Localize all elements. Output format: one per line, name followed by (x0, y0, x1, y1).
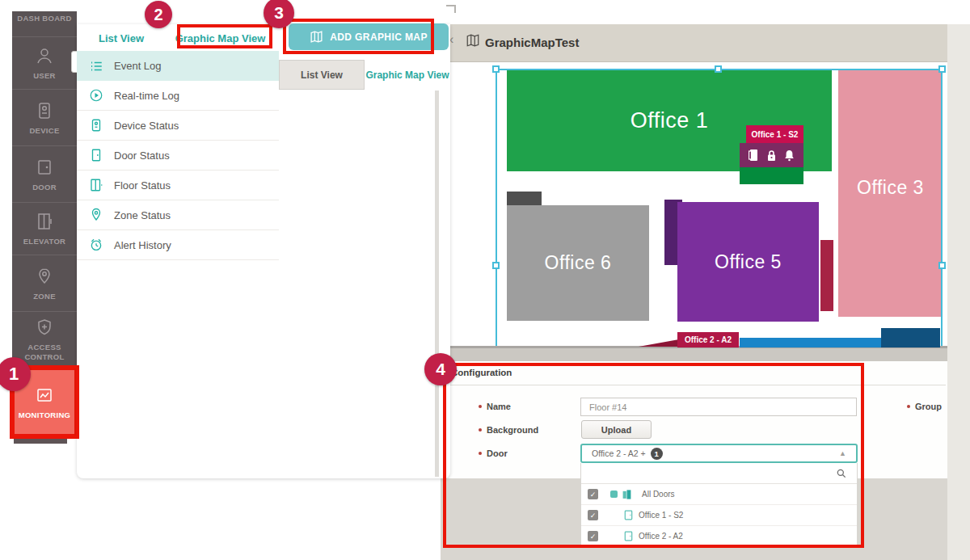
map-office-5[interactable]: Office 5 (677, 202, 819, 322)
menu-item-door-status[interactable]: Door Status (77, 141, 279, 171)
menu-label: Real-time Log (114, 90, 179, 102)
page-title: GraphicMapTest (485, 36, 579, 49)
map-blue-bar (740, 338, 884, 347)
door-badge-office1-s2[interactable]: Office 1 - S2 (746, 125, 803, 143)
name-input[interactable] (580, 398, 857, 416)
doors-group-icon (622, 489, 632, 500)
dropdown-option-all-doors[interactable]: All Doors (581, 484, 857, 505)
menu-item-alert-history[interactable]: Alert History (77, 230, 279, 260)
upload-button[interactable]: Upload (581, 420, 652, 439)
sidebar-label-door: DOOR (32, 183, 57, 192)
dropdown-option-office1-s2[interactable]: Office 1 - S2 (581, 505, 857, 526)
annotation-step-4: 4 (424, 353, 457, 385)
door-field-label: Door (479, 448, 508, 458)
menu-item-zone-status[interactable]: Zone Status (77, 200, 279, 230)
option-label: All Doors (642, 490, 675, 499)
map-crimson-bar (820, 240, 833, 311)
sidebar-item-zone[interactable]: ZONE (12, 255, 77, 311)
bell-icon[interactable] (784, 149, 795, 162)
option-label: Office 2 - A2 (639, 532, 683, 541)
door-status-icon (89, 148, 103, 162)
right-gutter (947, 24, 970, 560)
sidebar-label-user: USER (33, 71, 56, 80)
selection-handle-top-middle[interactable] (715, 65, 722, 73)
device-icon (35, 101, 54, 120)
group-square-icon (610, 491, 618, 498)
horizontal-scrollbar[interactable] (441, 346, 947, 361)
map-office-6[interactable]: Office 6 (507, 205, 649, 321)
door-option: Office 1 - S2 (624, 510, 683, 520)
menu-item-event-log[interactable]: Event Log (77, 51, 279, 81)
annotation-step-2: 2 (145, 1, 172, 28)
checkbox-checked[interactable] (588, 489, 598, 499)
menu-label: Alert History (114, 239, 171, 251)
sidebar-label-zone: ZONE (33, 292, 56, 301)
door-control-bar[interactable] (740, 143, 803, 167)
app-window: ‹ GraphicMapTest Office 1 Office 3 Offic… (0, 0, 970, 560)
door-count-badge: 1 (651, 448, 663, 460)
menu-item-floor-status[interactable]: Floor Status (77, 171, 279, 200)
selection-handle-top-left[interactable] (492, 65, 500, 73)
view-tab-graphic-map[interactable]: Graphic Map View (365, 60, 450, 90)
door-option: Office 2 - A2 (624, 531, 683, 541)
group-label-text: Group (915, 402, 942, 411)
sidebar-item-device[interactable]: DEVICE (12, 89, 77, 145)
selection-handle-middle-left[interactable] (492, 262, 500, 269)
door-select-value: Office 2 - A2 + (592, 448, 646, 458)
menu-label: Event Log (114, 60, 162, 72)
door-select[interactable]: Office 2 - A2 + 1 ▲ (580, 444, 858, 463)
sidebar-item-dashboard[interactable]: DASH BOARD (12, 11, 77, 36)
map-office-3[interactable]: Office 3 (838, 70, 943, 317)
door-badge-office2-a2[interactable]: Office 2 - A2 (677, 332, 739, 347)
map-office-6-tab (507, 192, 542, 205)
view-tab-list[interactable]: List View (279, 60, 365, 90)
office-3-label: Office 3 (857, 177, 924, 199)
name-label-text: Name (487, 402, 511, 411)
menu-label: Floor Status (114, 179, 171, 192)
map-icon (310, 30, 323, 44)
sidebar-item-user[interactable]: USER (12, 36, 77, 89)
add-graphic-map-button[interactable]: ADD GRAPHIC MAP (289, 23, 449, 50)
map-dark-green-block (740, 167, 803, 184)
user-icon (35, 46, 54, 65)
device-status-icon (89, 118, 103, 133)
map-dark-blue-block (881, 328, 940, 347)
sidebar-shadow (14, 436, 67, 444)
sidebar-item-door[interactable]: DOOR (12, 145, 77, 202)
door-icon[interactable] (749, 149, 759, 162)
office-5-label: Office 5 (715, 251, 782, 273)
background-field-label: Background (479, 425, 538, 435)
name-field-label: Name (479, 402, 511, 411)
sidebar-item-elevator[interactable]: ELEVATOR (12, 202, 77, 255)
menu-label: Door Status (114, 149, 170, 162)
checkbox-checked[interactable] (588, 510, 598, 520)
menu-item-realtime-log[interactable]: Real-time Log (77, 81, 279, 111)
monitoring-icon (35, 385, 54, 405)
door-option-icon (624, 531, 633, 541)
selection-handle-middle-right[interactable] (938, 262, 946, 269)
menu-label: Device Status (114, 120, 179, 132)
background-label-text: Background (487, 425, 538, 435)
menu-label: Zone Status (114, 209, 171, 221)
sidebar-label-device: DEVICE (29, 126, 59, 135)
option-label: Office 1 - S2 (639, 511, 683, 520)
selection-handle-top-right[interactable] (938, 65, 946, 73)
office-1-label: Office 1 (630, 108, 709, 133)
sidebar-label-monitoring: MONITORING (19, 411, 71, 419)
lock-icon[interactable] (766, 149, 777, 162)
tab-list-view[interactable]: List View (81, 26, 162, 51)
add-graphic-map-label: ADD GRAPHIC MAP (330, 32, 428, 43)
configuration-title: Configuration (451, 368, 512, 377)
dropdown-collapse-arrow-icon[interactable]: ▲ (839, 449, 846, 457)
search-icon[interactable] (836, 468, 847, 479)
dropdown-option-office2-a2[interactable]: Office 2 - A2 (581, 526, 857, 546)
door-option-icon (624, 510, 633, 520)
checkbox-checked[interactable] (588, 531, 598, 541)
tab-graphic-map-view[interactable]: Graphic Map View (162, 26, 279, 51)
menu-item-device-status[interactable]: Device Status (77, 111, 279, 141)
sidebar-label-elevator: ELEVATOR (23, 237, 66, 246)
dropdown-search-row[interactable] (581, 463, 857, 484)
door-label-text: Door (487, 448, 508, 458)
floor-status-icon (89, 178, 103, 192)
event-log-icon (89, 59, 103, 74)
